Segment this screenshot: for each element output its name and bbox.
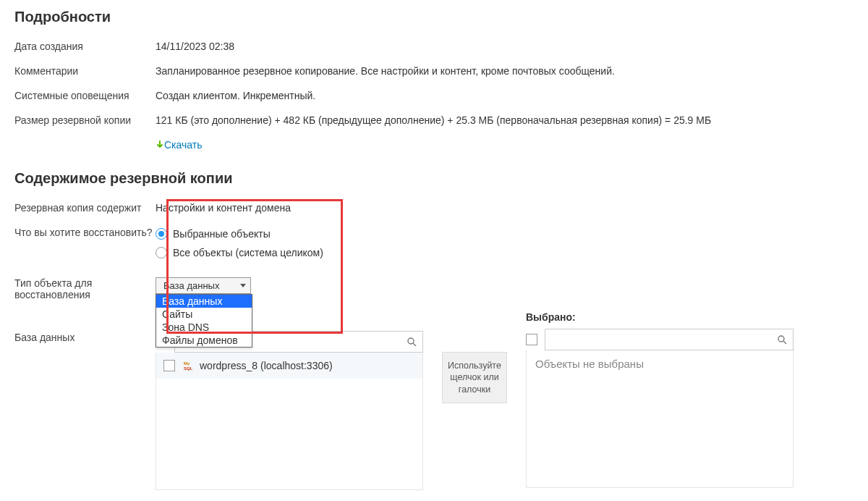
- selected-empty: Объекты не выбраны: [526, 350, 793, 488]
- type-label: Тип объекта для восстановления: [14, 277, 156, 300]
- svg-text:My: My: [184, 361, 190, 366]
- radio-all-label: Все объекты (система целиком): [173, 247, 323, 258]
- selected-heading: Выбрано:: [526, 311, 793, 323]
- object-type-select[interactable]: База данных База данных Сайты Зона DNS Ф…: [156, 277, 251, 294]
- comments-value: Запланированное резервное копирование. В…: [156, 65, 854, 77]
- selected-all-checkbox[interactable]: [526, 334, 537, 345]
- svg-text:SQL: SQL: [184, 366, 193, 371]
- svg-point-0: [408, 338, 414, 344]
- download-label: Скачать: [164, 139, 203, 151]
- search-icon: [777, 334, 787, 345]
- contains-value: Настройки и контент домена: [156, 202, 854, 214]
- db-label: База данных: [14, 311, 156, 343]
- svg-point-4: [778, 336, 784, 342]
- dropdown-item-database[interactable]: База данных: [156, 295, 252, 308]
- size-label: Размер резервной копии: [14, 114, 156, 126]
- svg-line-1: [413, 343, 416, 346]
- right-search-input[interactable]: [545, 329, 793, 350]
- radio-option-all[interactable]: Все объекты (система целиком): [156, 245, 854, 264]
- created-value: 14/11/2023 02:38: [156, 41, 854, 52]
- content-heading: Содержимое резервной копии: [14, 170, 854, 187]
- restore-label: Что вы хотите восстановить?: [14, 227, 156, 238]
- size-value: 121 КБ (это дополнение) + 482 КБ (предыд…: [156, 114, 854, 126]
- radio-icon: [156, 228, 167, 240]
- system-label: Системные оповещения: [14, 90, 156, 101]
- transfer-hint: Используйте щелчок или галочки: [442, 352, 507, 403]
- search-icon: [407, 337, 417, 347]
- dropdown-item-domain-files[interactable]: Файлы доменов: [156, 334, 252, 347]
- comments-label: Комментарии: [14, 65, 156, 77]
- download-arrow-icon: [156, 140, 164, 149]
- details-heading: Подробности: [14, 9, 854, 25]
- object-type-dropdown: База данных Сайты Зона DNS Файлы доменов: [156, 294, 252, 348]
- radio-selected-label: Выбранные объекты: [173, 228, 271, 240]
- svg-line-5: [783, 341, 786, 344]
- list-item-label: wordpress_8 (localhost:3306): [200, 360, 333, 371]
- download-link[interactable]: Скачать: [156, 139, 203, 151]
- created-label: Дата создания: [14, 41, 156, 52]
- select-value: База данных: [163, 280, 219, 291]
- dropdown-item-dns[interactable]: Зона DNS: [156, 321, 252, 334]
- dropdown-item-sites[interactable]: Сайты: [156, 308, 252, 321]
- chevron-down-icon: [240, 284, 246, 287]
- radio-option-selected[interactable]: Выбранные объекты: [156, 227, 854, 245]
- right-search-field[interactable]: [551, 333, 777, 346]
- item-checkbox[interactable]: [163, 360, 175, 371]
- radio-icon: [156, 247, 167, 258]
- system-value: Создан клиентом. Инкрементный.: [156, 90, 854, 101]
- contains-label: Резервная копия содержит: [14, 202, 156, 214]
- list-item[interactable]: My SQL wordpress_8 (localhost:3306): [156, 353, 422, 379]
- mysql-icon: My SQL: [184, 360, 195, 371]
